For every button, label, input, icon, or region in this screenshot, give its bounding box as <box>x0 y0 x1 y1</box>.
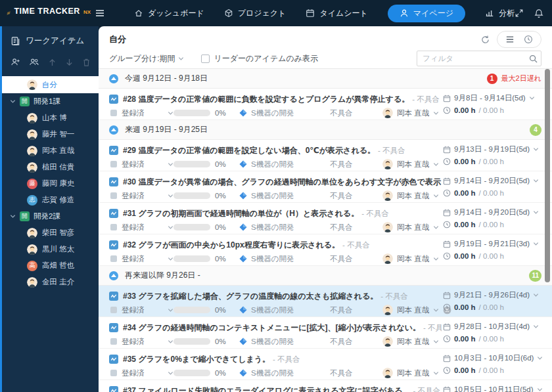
sidebar-item-team[interactable]: 開 開発1課 <box>2 93 99 110</box>
status-icon <box>110 255 117 262</box>
timeline-view-icon[interactable] <box>524 35 533 44</box>
work-item-row[interactable]: #34 グラフの経過時間軸のコンテキストメニューに[拡大]、[縮小]が表示されな… <box>99 317 552 349</box>
period-select[interactable]: 10月3日 - 10月10日(6d) <box>443 353 540 363</box>
nav-dashboard[interactable]: ダッシュボード <box>134 8 204 19</box>
work-item-row[interactable]: #28 温度データの正常値の範囲に負数を設定するとプログラムが異常停止する。- … <box>99 89 552 120</box>
person-avatar-face <box>27 113 37 123</box>
project-name: S機器の開発 <box>251 223 294 232</box>
progress-bar[interactable] <box>173 370 210 376</box>
member-avatar <box>27 129 37 140</box>
project-icon <box>239 223 247 231</box>
nav-timesheet[interactable]: タイムシート <box>306 8 367 19</box>
sidebar-item-member[interactable]: 山本 博 <box>2 110 99 126</box>
chevron-down-icon[interactable] <box>10 98 16 104</box>
period-select[interactable]: 9月14日 - 9月20日(5d) <box>443 176 540 186</box>
progress-bar[interactable] <box>173 255 210 262</box>
work-item-row[interactable]: #37 ファイルロード失敗時のエラーダイアログに表示される文字に誤字がある。- … <box>99 380 552 392</box>
team-icon: 開 <box>20 211 30 221</box>
calendar-icon <box>443 240 451 248</box>
actual-hours: 0.00 h <box>454 366 476 374</box>
collapse-toggle-icon[interactable] <box>109 74 118 83</box>
person-avatar-face <box>382 159 393 169</box>
work-item-category-suffix: - 不具合 <box>273 355 300 363</box>
work-item-row[interactable]: #33 グラフを拡縮した場合、グラフの温度軸の線の太さも拡縮される。- 不具合 … <box>99 286 552 317</box>
collapse-toggle-icon[interactable] <box>109 125 118 135</box>
delete-button[interactable] <box>82 58 91 67</box>
sidebar-item-member[interactable]: 高 高畑 哲也 <box>2 257 99 274</box>
progress-bar[interactable] <box>173 192 210 199</box>
sidebar-item-member[interactable]: 志 志賀 修造 <box>2 192 99 208</box>
project-cell: S機器の開発 <box>239 160 330 169</box>
chevron-down-icon[interactable] <box>10 213 16 219</box>
progress-bar[interactable] <box>173 338 210 345</box>
nav-project[interactable]: プロジェクト <box>224 8 287 19</box>
sidebar-item-member[interactable]: 藤井 智一 <box>2 126 99 142</box>
status-select[interactable]: 登録済 <box>110 191 173 201</box>
filter-input[interactable] <box>417 51 541 66</box>
work-item-category-suffix: - 不具合 <box>380 292 408 300</box>
status-select[interactable]: 登録済 <box>110 305 173 315</box>
bell-icon[interactable] <box>534 9 543 18</box>
period-select[interactable]: 9月13日 - 9月19日(5d) <box>443 144 540 154</box>
sidebar-item-member[interactable]: 柴田 智彦 <box>2 225 99 241</box>
nav-mypage[interactable]: マイページ <box>388 5 465 22</box>
clock-icon <box>443 303 451 311</box>
status-select[interactable]: 登録済 <box>110 254 173 264</box>
list-view-icon[interactable] <box>505 35 515 43</box>
app-window: TIME TRACKER NX ダッシュボード プロジェクト タイムシート マイ… <box>0 0 552 392</box>
fullscreen-icon[interactable] <box>515 9 524 18</box>
collapse-toggle-icon[interactable] <box>109 271 118 280</box>
checkbox-icon[interactable] <box>201 54 210 63</box>
move-down-button[interactable] <box>65 58 74 67</box>
period-select[interactable]: 9月28日 - 10月3日(4d) <box>443 322 540 332</box>
status-select[interactable]: 登録済 <box>110 108 173 118</box>
work-item-type-icon <box>109 240 118 250</box>
period-select[interactable]: 9月19日 - 9月21日(3d) <box>443 239 540 249</box>
main-panel: 自分 <box>99 26 552 392</box>
sidebar-item-team[interactable]: 開 開発2課 <box>2 208 99 225</box>
add-member-button[interactable] <box>11 57 20 67</box>
status-select[interactable]: 登録済 <box>110 160 173 169</box>
logo-icon <box>7 7 11 20</box>
leader-only-label: リーダーのアイテムのみ表示 <box>214 53 318 64</box>
period-select[interactable]: 9月14日 - 9月20日(5d) <box>443 207 540 217</box>
app-logo[interactable]: TIME TRACKER NX <box>7 7 91 20</box>
sidebar-item-self[interactable]: 自分 <box>2 76 99 93</box>
period-select[interactable]: 9月21日 - 9月26日(4d) <box>443 290 540 300</box>
group-by-dropdown[interactable]: グループ分け:期間 <box>109 53 184 64</box>
move-up-button[interactable] <box>48 58 57 67</box>
project-icon <box>239 192 247 200</box>
topbar-actions: 岡本 直哉 <box>515 5 552 21</box>
work-item-row[interactable]: #32 グラフが画面の中央から10px程度右寄りに表示される。- 不具合 登録済… <box>99 234 552 266</box>
sidebar-item-member[interactable]: 藤 藤岡 康史 <box>2 175 99 192</box>
sidebar-item-member[interactable]: 植田 信貴 <box>2 159 99 175</box>
status-select[interactable]: 登録済 <box>110 337 173 347</box>
period-select[interactable]: 10月5日 - 10月11日(5d) <box>443 385 540 392</box>
add-group-button[interactable] <box>29 57 39 67</box>
period-select[interactable]: 9月8日 - 9月14日(5d) <box>443 93 540 103</box>
progress-bar[interactable] <box>173 307 210 313</box>
calendar-icon <box>443 95 451 102</box>
progress-bar[interactable] <box>173 110 210 116</box>
scrollbar-thumb[interactable] <box>545 69 550 282</box>
sidebar-item-member[interactable]: 岡本 直哉 <box>2 142 99 159</box>
menu-icon[interactable] <box>95 8 105 18</box>
work-item-row[interactable]: #31 グラフの初期画面で経過時間軸の単位が（H）と表示される。- 不具合 登録… <box>99 203 552 234</box>
progress-bar[interactable] <box>173 161 210 167</box>
work-item-row[interactable]: #29 温度データの正常値の範囲を設定しない場合、0℃が表示される。- 不具合 … <box>99 140 552 171</box>
assignee-avatar <box>382 336 393 347</box>
sidebar-item-member[interactable]: 金田 圭介 <box>2 274 99 290</box>
status-select[interactable]: 登録済 <box>110 368 173 378</box>
nav-analysis[interactable]: 分析 <box>485 8 515 19</box>
sidebar-item-member[interactable]: 黒川 悠太 <box>2 241 99 257</box>
refresh-icon[interactable] <box>480 35 490 45</box>
work-item-row[interactable]: #35 グラフを0%まで縮小できてしまう。- 不具合 登録済 0% S機器の開発 <box>99 349 552 380</box>
search-icon[interactable] <box>529 54 538 66</box>
status-select[interactable]: 登録済 <box>110 223 173 232</box>
work-item-row[interactable]: #30 温度データが異常値の場合、グラフの経過時間軸の単位をあらわす文字が赤色で… <box>99 171 552 203</box>
work-item-number: #31 <box>123 209 136 218</box>
category-label: 不具合 <box>330 305 382 315</box>
progress-bar[interactable] <box>173 224 210 230</box>
project-cell: S機器の開発 <box>239 254 330 264</box>
leader-only-checkbox[interactable]: リーダーのアイテムのみ表示 <box>201 53 318 64</box>
